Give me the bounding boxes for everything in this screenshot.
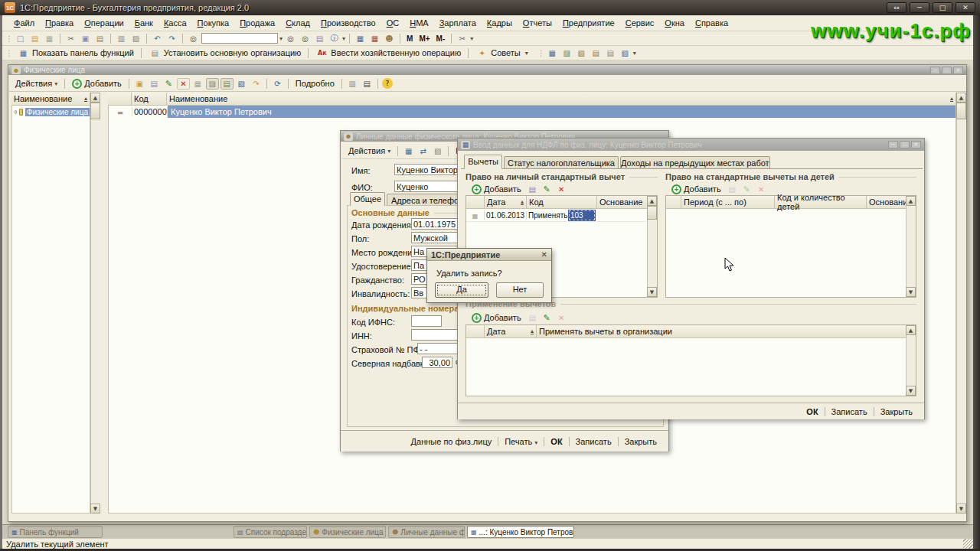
close-button[interactable]: ✕ (956, 2, 975, 13)
header-code[interactable]: Код (527, 196, 597, 209)
row-code-cell[interactable]: 0000000... (132, 107, 168, 116)
menu-help[interactable]: Справка (690, 16, 733, 30)
personal-table-row[interactable]: ▦ 01.06.2013 Применять 103 (466, 209, 657, 222)
taskbar-tab-departments[interactable]: ▤ Список подразделений орг... (234, 526, 307, 538)
dialog-yes-button[interactable]: Да (435, 282, 488, 298)
tree-scroll-thumb[interactable] (90, 103, 100, 119)
taskbar-tab-ndfl[interactable]: ▦ ...: Куценко Виктор Петрович (467, 526, 574, 538)
table-scroll-thumb[interactable] (956, 103, 966, 119)
row-name-cell[interactable]: Куценко Виктор Петрович (168, 106, 956, 118)
person-write-button[interactable]: Записать (570, 436, 617, 447)
ndfl-minimize-icon[interactable]: ─ (888, 141, 898, 148)
menu-bank[interactable]: Банк (129, 16, 158, 30)
menu-fixed-assets[interactable]: ОС (381, 16, 405, 30)
user-icon[interactable]: ☻ (383, 33, 396, 44)
personal-scroll-thumb[interactable] (647, 206, 657, 220)
application-scroll-down[interactable]: ▼ (906, 386, 916, 396)
header-basis[interactable]: Основание (867, 196, 907, 209)
tools-icon[interactable]: ✂ (456, 33, 469, 44)
tips-button[interactable]: ✦ Советы (472, 47, 523, 60)
menu-purchase[interactable]: Покупка (192, 16, 235, 30)
row-date-cell[interactable]: 01.06.2013 (485, 211, 527, 220)
document-journal-icon[interactable]: ▨ (560, 47, 573, 59)
row-code-cell-selected[interactable]: 103 (568, 210, 596, 221)
application-delete-icon[interactable]: ✕ (555, 312, 568, 324)
find-previous-icon[interactable]: ◎ (299, 33, 312, 44)
group-dropdown-icon[interactable]: ▾ (633, 50, 636, 57)
resize-grip[interactable] (963, 539, 973, 549)
minimize-button[interactable]: ─ (910, 2, 929, 13)
personal-scroll-down[interactable]: ▼ (647, 287, 657, 297)
search-dropdown-icon[interactable]: ▾ (279, 35, 283, 42)
tools-dropdown-icon[interactable]: ▾ (470, 35, 473, 42)
application-add-button[interactable]: + Добавить (469, 311, 524, 324)
info-dropdown-icon[interactable]: ▾ (342, 35, 345, 42)
child-close-icon[interactable]: ✕ (953, 67, 963, 74)
hierarchy-view-icon[interactable]: ▤ (220, 78, 234, 90)
set-main-organization-button[interactable]: ▤ Установить основную организацию (145, 47, 305, 60)
ndfl-close-button[interactable]: Закрыть (875, 406, 918, 417)
tree-scroll-down[interactable]: ▼ (90, 504, 100, 514)
header-marker[interactable] (466, 325, 485, 338)
personal-scroll-up[interactable]: ▲ (647, 196, 657, 206)
edit-icon[interactable]: ✎ (162, 78, 175, 90)
table-header-code[interactable]: Код (132, 93, 167, 106)
children-add-button[interactable]: + Добавить (668, 183, 724, 196)
print-preview-icon[interactable]: ▧ (129, 33, 142, 44)
children-scroll-up[interactable]: ▲ (906, 196, 916, 206)
ndfl-ok-button[interactable]: ОК (801, 406, 823, 417)
taskbar-tab-function-panel[interactable]: ▦ Панель функций (8, 526, 103, 538)
header-marker[interactable] (466, 196, 485, 209)
reread-icon[interactable]: ↷ (250, 78, 263, 90)
menu-operations[interactable]: Операции (79, 16, 129, 30)
menu-reports[interactable]: Отчеты (518, 16, 557, 30)
menu-service[interactable]: Сервис (620, 16, 660, 30)
person-data-button[interactable]: Данные по физ.лицу (406, 436, 498, 447)
menu-enterprise[interactable]: Предприятие (557, 16, 620, 30)
calculator-icon[interactable]: ▦ (354, 33, 367, 44)
deletion-mark-icon[interactable]: ▨ (206, 78, 219, 90)
save-item-icon[interactable]: ▦ (191, 78, 204, 90)
application-scroll-up[interactable]: ▲ (906, 325, 916, 335)
table-row[interactable]: ▬ 0000000... Куценко Виктор Петрович (109, 106, 956, 118)
child-maximize-icon[interactable]: □ (942, 67, 952, 74)
personal-delete-icon[interactable]: ✕ (555, 184, 568, 195)
taskbar-tab-person-data[interactable]: ☻ Личные данные физическ... (388, 526, 465, 538)
taskbar-tab-persons-list[interactable]: ☻ Физические лица (309, 526, 386, 538)
copy-icon[interactable]: ▣ (79, 33, 92, 44)
dialog-no-button[interactable]: Нет (496, 282, 544, 298)
ifns-code-input[interactable] (411, 315, 442, 327)
personal-add-button[interactable]: + Добавить (469, 183, 524, 196)
cut-icon[interactable]: ✂ (64, 33, 77, 44)
ndfl-write-button[interactable]: Записать (826, 406, 873, 417)
menu-file[interactable]: Файл (8, 16, 40, 30)
header-apply-org[interactable]: Применять вычеты в организации (537, 325, 907, 338)
help-icon[interactable]: ? (382, 78, 393, 89)
header-date[interactable]: Дата▴ (485, 325, 537, 338)
menu-hr[interactable]: Кадры (482, 16, 518, 30)
find-next-icon[interactable]: ◎ (284, 33, 297, 44)
delete-icon[interactable]: ✕ (177, 78, 190, 90)
north-bonus-input[interactable] (422, 357, 452, 368)
person-actions-button[interactable]: Действия ▾ (345, 145, 394, 158)
refresh-icon[interactable]: ⟳ (271, 78, 284, 90)
persons-list-titlebar[interactable]: ☻ Физические лица ─ □ ✕ (8, 65, 966, 75)
header-basis[interactable]: Основание (597, 196, 648, 209)
tab-general[interactable]: Общее (350, 192, 385, 206)
switch-window-button[interactable]: ↔ (887, 2, 906, 13)
header-date[interactable]: Дата▴ (485, 196, 527, 209)
children-scrollbar[interactable] (906, 206, 916, 287)
print-button[interactable]: Печать ▾ (499, 436, 543, 447)
print-form-icon[interactable]: ▧ (431, 145, 444, 157)
save-icon[interactable]: ▦ (43, 33, 56, 44)
maximize-button[interactable]: □ (933, 2, 952, 13)
report-window-icon[interactable]: ▦ (546, 47, 559, 59)
table-scrollbar[interactable] (956, 103, 966, 504)
table-scroll-up[interactable]: ▲ (956, 93, 966, 103)
printer-icon[interactable]: ▥ (346, 78, 359, 90)
row-apply-cell[interactable]: Применять (527, 211, 568, 220)
ndfl-close-icon[interactable]: ✕ (911, 141, 921, 148)
menu-intangibles[interactable]: НМА (404, 16, 433, 30)
tree-expand-icon[interactable] (15, 110, 17, 114)
reference-icon[interactable]: ▧ (575, 47, 588, 59)
